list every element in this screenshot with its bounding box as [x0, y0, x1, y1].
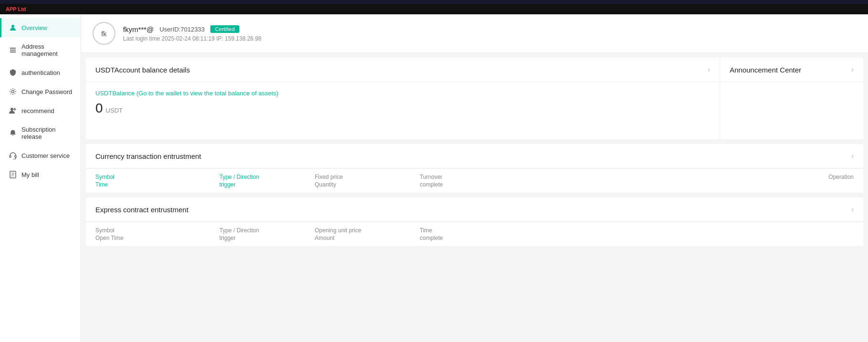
currency-col-fixed: Fixed price Quantity: [315, 174, 420, 188]
svg-rect-3: [10, 52, 16, 52]
currency-section: Currency transaction entrustment › Symbo…: [86, 144, 863, 193]
sidebar-label-subscription: Subscription release: [21, 126, 73, 140]
person-plus-icon: [9, 107, 17, 114]
user-header: fk fkym***@ UserID:7012333 Certified Las…: [81, 14, 868, 53]
person-icon: [9, 24, 17, 31]
express-chevron-icon[interactable]: ›: [851, 205, 854, 214]
balance-unit: USDT: [106, 107, 123, 114]
currency-col-turnover-sub: complete: [420, 181, 515, 188]
main-layout: Overview Address management authenticati…: [0, 14, 868, 342]
balance-chevron-icon[interactable]: ›: [708, 65, 710, 74]
balance-amount: 0 USDT: [95, 101, 710, 116]
top-row: USDTAccount balance details › USDTBalanc…: [86, 58, 863, 139]
announcement-chevron-icon[interactable]: ›: [851, 65, 854, 74]
currency-col-type: Type / Direction trigger: [219, 174, 315, 188]
currency-col-type-label: Type / Direction: [219, 174, 315, 180]
sidebar-item-address[interactable]: Address management: [0, 37, 81, 63]
sidebar-item-my-bill[interactable]: My bill: [0, 165, 81, 184]
sidebar-label-my-bill: My bill: [21, 171, 39, 178]
currency-col-symbol: Symbol Time: [95, 174, 219, 188]
currency-col-symbol-label: Symbol: [95, 174, 219, 180]
username: fkym***@: [123, 25, 154, 33]
currency-operation-col: Operation: [828, 174, 854, 180]
currency-chevron-icon[interactable]: ›: [851, 152, 854, 160]
last-login-info: Last login time 2025-02-24 08:11:19 IP: …: [123, 35, 261, 42]
gear-icon: [9, 88, 17, 95]
currency-col-turnover: Turnover complete: [420, 174, 515, 188]
app-top-bar: [0, 0, 868, 4]
svg-rect-6: [10, 155, 11, 157]
sidebar-label-customer-service: Customer service: [21, 152, 70, 159]
announcement-title: Announcement Center: [730, 66, 801, 74]
express-col-time-sub: complete: [420, 235, 515, 241]
express-col-time-label: Time: [420, 227, 515, 234]
sidebar-label-recommend: recommend: [21, 107, 54, 114]
express-col-type: Type / Direction trigger: [219, 227, 315, 241]
sidebar-item-authentication[interactable]: authentication: [0, 63, 81, 82]
announcement-card: Announcement Center ›: [720, 58, 863, 139]
user-info: fkym***@ UserID:7012333 Certified Last l…: [123, 25, 261, 42]
sidebar-item-change-password[interactable]: Change Password: [0, 82, 81, 101]
balance-title: USDTAccount balance details: [95, 66, 190, 74]
headset-icon: [9, 152, 17, 159]
svg-point-4: [12, 91, 14, 93]
user-id: UserID:7012333: [159, 26, 205, 33]
currency-col-fixed-label: Fixed price: [315, 174, 420, 180]
announcement-content: [720, 82, 863, 139]
currency-col-turnover-label: Turnover: [420, 174, 515, 180]
express-section: Express contract entrustment › Symbol Op…: [86, 197, 863, 246]
sidebar-label-address: Address management: [21, 43, 73, 57]
svg-point-5: [10, 108, 13, 111]
sidebar-item-subscription[interactable]: Subscription release: [0, 120, 81, 146]
currency-section-header: Currency transaction entrustment ›: [86, 144, 863, 168]
express-col-type-label: Type / Direction: [219, 227, 315, 234]
express-col-symbol-sub: Open Time: [95, 235, 219, 241]
express-col-price: Opening unit price Amount: [315, 227, 420, 241]
svg-rect-7: [15, 155, 16, 157]
app-logo: APP Ltd: [6, 6, 26, 12]
express-title: Express contract entrustment: [95, 206, 188, 214]
avatar: fk: [93, 22, 115, 45]
sidebar-item-recommend[interactable]: recommend: [0, 101, 81, 120]
svg-rect-2: [10, 50, 16, 51]
app-header: APP Ltd: [0, 4, 868, 14]
balance-content: USDTBalance (Go to the wallet to view th…: [86, 82, 720, 125]
sidebar-item-overview[interactable]: Overview: [0, 18, 81, 37]
express-col-symbol: Symbol Open Time: [95, 227, 219, 241]
express-col-price-sub: Amount: [315, 235, 420, 241]
balance-section-header: USDTAccount balance details ›: [86, 58, 720, 82]
shield-icon: [9, 69, 17, 76]
express-table-header: Symbol Open Time Type / Direction trigge…: [86, 222, 863, 246]
balance-card: USDTAccount balance details › USDTBalanc…: [86, 58, 720, 139]
currency-col-symbol-sub: Time: [95, 181, 219, 188]
sidebar-label-auth: authentication: [21, 69, 60, 76]
list-icon: [9, 46, 17, 54]
svg-rect-1: [10, 48, 16, 49]
express-section-header: Express contract entrustment ›: [86, 197, 863, 222]
express-col-symbol-label: Symbol: [95, 227, 219, 234]
currency-col-type-sub: trigger: [219, 181, 315, 188]
operation-label: Operation: [828, 174, 854, 180]
sidebar-label-password: Change Password: [21, 88, 72, 95]
sidebar-item-customer-service[interactable]: Customer service: [0, 146, 81, 165]
sidebar: Overview Address management authenticati…: [0, 14, 81, 342]
currency-table-header: Symbol Time Type / Direction trigger Fix…: [86, 168, 863, 193]
express-col-time: Time complete: [420, 227, 515, 241]
balance-label: USDTBalance (Go to the wallet to view th…: [95, 90, 710, 97]
bell-icon: [9, 129, 17, 137]
currency-title: Currency transaction entrustment: [95, 152, 201, 160]
user-top-row: fkym***@ UserID:7012333 Certified: [123, 25, 261, 33]
currency-col-fixed-sub: Quantity: [315, 181, 420, 188]
svg-point-0: [11, 25, 14, 28]
receipt-icon: [9, 171, 17, 178]
certified-badge: Certified: [210, 25, 239, 33]
main-content: fk fkym***@ UserID:7012333 Certified Las…: [81, 14, 868, 342]
balance-value: 0: [95, 101, 103, 116]
announcement-section-header: Announcement Center ›: [720, 58, 863, 82]
express-col-price-label: Opening unit price: [315, 227, 420, 234]
sidebar-label-overview: Overview: [21, 24, 47, 31]
express-col-type-sub: trigger: [219, 235, 315, 241]
